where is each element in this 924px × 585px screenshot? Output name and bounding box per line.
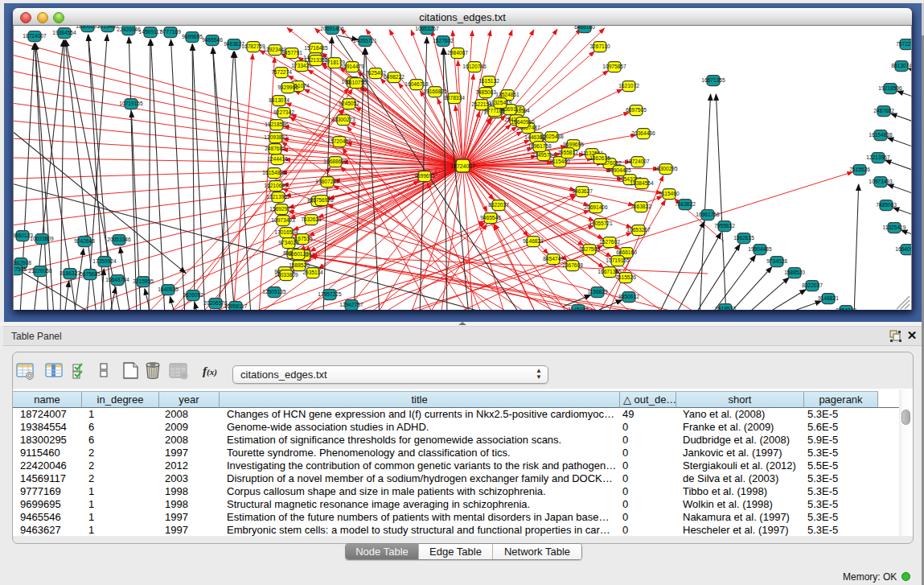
svg-text:17016504: 17016504 — [274, 229, 298, 235]
svg-text:10719155: 10719155 — [606, 257, 630, 263]
svg-text:7515526: 7515526 — [849, 167, 870, 172]
svg-text:18724007: 18724007 — [23, 33, 47, 39]
svg-text:9465546: 9465546 — [480, 215, 501, 220]
svg-text:23300273: 23300273 — [331, 117, 355, 122]
svg-text:16961758: 16961758 — [696, 212, 720, 217]
svg-text:13807249: 13807249 — [315, 179, 339, 184]
svg-text:16640910: 16640910 — [511, 119, 535, 125]
svg-text:9734028: 9734028 — [766, 258, 787, 264]
svg-text:19384554: 19384554 — [630, 180, 654, 186]
svg-text:2367608: 2367608 — [562, 262, 583, 268]
svg-text:17957225: 17957225 — [318, 291, 342, 297]
svg-text:3919533: 3919533 — [715, 306, 736, 310]
svg-text:19904485: 19904485 — [607, 167, 631, 173]
svg-text:1156829: 1156829 — [587, 289, 608, 295]
svg-text:16120746: 16120746 — [462, 64, 487, 69]
svg-text:8454749: 8454749 — [836, 307, 856, 310]
svg-text:9115460: 9115460 — [549, 159, 570, 164]
svg-text:18724007: 18724007 — [626, 159, 650, 164]
svg-text:70756928: 70756928 — [310, 197, 334, 203]
svg-text:9699695: 9699695 — [182, 34, 203, 39]
svg-text:16154838: 16154838 — [262, 170, 286, 175]
svg-text:1244415: 1244415 — [267, 156, 288, 162]
svg-text:1588520: 1588520 — [289, 262, 310, 268]
svg-text:10033809: 10033809 — [274, 272, 298, 278]
svg-text:2487682: 2487682 — [873, 108, 894, 113]
svg-text:8878334: 8878334 — [444, 95, 465, 101]
svg-text:11325419: 11325419 — [489, 100, 512, 105]
svg-text:7955812: 7955812 — [714, 223, 735, 229]
svg-text:22420046: 22420046 — [117, 27, 141, 32]
svg-text:14055721: 14055721 — [353, 38, 377, 43]
svg-text:7663822: 7663822 — [630, 204, 651, 209]
svg-text:2935114: 2935114 — [302, 270, 323, 275]
svg-text:14055721: 14055721 — [589, 220, 613, 226]
svg-text:1810755: 1810755 — [346, 80, 367, 85]
svg-text:9115460: 9115460 — [659, 191, 680, 196]
svg-text:9146821: 9146821 — [523, 238, 544, 244]
svg-text:15716485: 15716485 — [304, 45, 328, 51]
svg-text:9115460: 9115460 — [97, 26, 118, 29]
svg-text:20691406: 20691406 — [584, 204, 608, 210]
svg-text:20691406: 20691406 — [320, 26, 344, 31]
svg-text:13524851: 13524851 — [495, 92, 519, 97]
svg-text:2487682: 2487682 — [265, 146, 285, 151]
svg-text:8322037: 8322037 — [802, 282, 823, 288]
svg-text:7572274: 7572274 — [271, 69, 292, 75]
svg-text:19166825: 19166825 — [423, 89, 447, 94]
svg-text:7663822: 7663822 — [675, 201, 696, 207]
svg-text:9242848: 9242848 — [74, 238, 95, 244]
svg-text:11325419: 11325419 — [883, 225, 906, 230]
svg-text:10653267: 10653267 — [415, 26, 439, 31]
svg-text:1527602: 1527602 — [599, 239, 620, 245]
svg-text:16046718: 16046718 — [405, 81, 429, 87]
svg-text:3215955: 3215955 — [133, 278, 154, 284]
svg-text:9245052: 9245052 — [339, 101, 359, 106]
svg-text:19904485: 19904485 — [748, 246, 772, 252]
svg-text:7632621: 7632621 — [301, 216, 322, 222]
svg-text:20364436: 20364436 — [631, 130, 655, 136]
svg-text:7955812: 7955812 — [557, 150, 578, 155]
svg-text:10653267: 10653267 — [626, 227, 651, 233]
svg-text:12213967: 12213967 — [266, 194, 290, 200]
svg-text:16154838: 16154838 — [869, 132, 893, 138]
svg-text:8322037: 8322037 — [488, 202, 509, 208]
svg-text:5675685: 5675685 — [80, 271, 101, 277]
svg-text:19218596: 19218596 — [878, 85, 902, 91]
svg-text:7625402: 7625402 — [365, 70, 386, 76]
svg-text:6466160: 6466160 — [574, 26, 595, 30]
svg-text:16640910: 16640910 — [895, 246, 911, 252]
svg-text:10975857: 10975857 — [602, 64, 626, 69]
svg-text:9327508: 9327508 — [14, 266, 27, 272]
svg-text:9146821: 9146821 — [818, 295, 839, 301]
svg-text:9734028: 9734028 — [278, 240, 299, 245]
svg-text:1621072: 1621072 — [618, 83, 639, 89]
svg-text:18300295: 18300295 — [654, 166, 678, 171]
svg-text:23226058: 23226058 — [28, 268, 52, 274]
svg-text:16782759: 16782759 — [241, 43, 265, 49]
svg-text:10033809: 10033809 — [30, 236, 54, 241]
svg-text:10973493: 10973493 — [869, 179, 893, 184]
svg-text:9699695: 9699695 — [563, 142, 584, 147]
svg-text:16671355: 16671355 — [598, 269, 622, 274]
svg-text:5498222: 5498222 — [384, 74, 405, 80]
svg-text:9699695: 9699695 — [414, 173, 435, 179]
svg-text:14569117: 14569117 — [139, 29, 162, 35]
svg-text:8186323: 8186323 — [60, 270, 80, 276]
svg-text:12942757: 12942757 — [339, 302, 363, 307]
svg-text:17359924: 17359924 — [92, 258, 117, 264]
svg-text:1362615: 1362615 — [733, 235, 754, 241]
svg-text:2984067: 2984067 — [447, 50, 468, 56]
svg-text:6897505: 6897505 — [626, 107, 647, 113]
svg-text:23495794: 23495794 — [532, 152, 556, 158]
svg-text:10973493: 10973493 — [271, 217, 295, 223]
svg-text:9327508: 9327508 — [579, 246, 600, 252]
svg-text:19218596: 19218596 — [265, 122, 289, 127]
svg-text:7485063: 7485063 — [475, 89, 496, 95]
svg-text:8813074: 8813074 — [269, 97, 290, 103]
svg-text:9777169: 9777169 — [484, 108, 505, 113]
svg-text:18724007: 18724007 — [450, 163, 475, 169]
svg-text:16671355: 16671355 — [701, 77, 725, 83]
svg-text:1615132: 1615132 — [478, 78, 499, 84]
svg-text:9329966: 9329966 — [277, 84, 298, 90]
